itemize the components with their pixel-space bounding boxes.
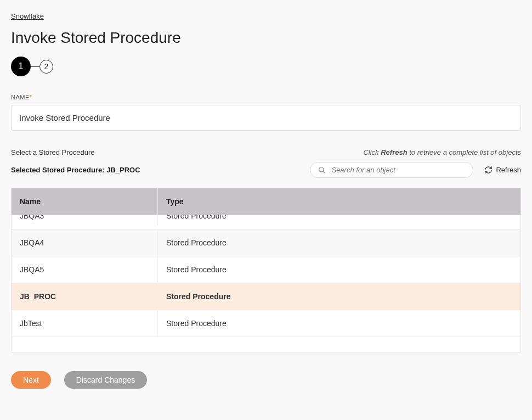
table-row[interactable]: JBQA5Stored Procedure	[12, 256, 520, 283]
svg-line-1	[323, 171, 325, 173]
svg-point-0	[319, 167, 324, 171]
stepper: 1 2	[11, 57, 521, 76]
cell-type: Stored Procedure	[158, 215, 520, 226]
procedure-table: Name Type JBQA3Stored ProcedureJBQA4Stor…	[11, 188, 521, 352]
search-box[interactable]	[310, 162, 473, 178]
table-header: Name Type	[12, 188, 520, 215]
table-row[interactable]: JB_PROCStored Procedure	[12, 283, 520, 310]
cell-name: JbTest	[12, 310, 158, 337]
select-procedure-label: Select a Stored Procedure	[11, 148, 94, 156]
cell-type: Stored Procedure	[158, 229, 520, 256]
search-input[interactable]	[331, 166, 465, 174]
table-body[interactable]: JBQA3Stored ProcedureJBQA4Stored Procedu…	[12, 215, 520, 352]
name-field-label: NAME*	[11, 94, 521, 100]
step-2[interactable]: 2	[39, 60, 53, 74]
refresh-icon	[484, 166, 493, 174]
cell-name: JBQA5	[12, 256, 158, 283]
step-1[interactable]: 1	[11, 57, 31, 76]
column-header-name[interactable]: Name	[12, 188, 158, 215]
page-title: Invoke Stored Procedure	[11, 29, 521, 47]
cell-type: Stored Procedure	[158, 256, 520, 283]
cell-type: Stored Procedure	[158, 310, 520, 337]
next-button[interactable]: Next	[11, 371, 51, 389]
column-header-type[interactable]: Type	[158, 188, 520, 215]
breadcrumb-link[interactable]: Snowflake	[11, 12, 44, 20]
cell-name: JB_PROC	[12, 283, 158, 310]
name-input[interactable]	[11, 105, 521, 131]
cell-name: JBQA4	[12, 229, 158, 256]
step-connector	[31, 66, 39, 67]
selected-procedure-text: Selected Stored Procedure: JB_PROC	[11, 166, 140, 174]
cell-type: Stored Procedure	[158, 283, 520, 310]
table-row[interactable]: JbTestStored Procedure	[12, 310, 520, 337]
refresh-button[interactable]: Refresh	[484, 166, 521, 174]
refresh-hint: Click Refresh to retrieve a complete lis…	[363, 148, 521, 156]
refresh-label: Refresh	[496, 166, 521, 174]
table-row[interactable]: JBQA4Stored Procedure	[12, 229, 520, 256]
search-icon	[318, 166, 326, 174]
table-row[interactable]: JBQA3Stored Procedure	[12, 215, 520, 229]
cell-name: JBQA3	[12, 215, 158, 226]
discard-button[interactable]: Discard Changes	[64, 371, 147, 389]
